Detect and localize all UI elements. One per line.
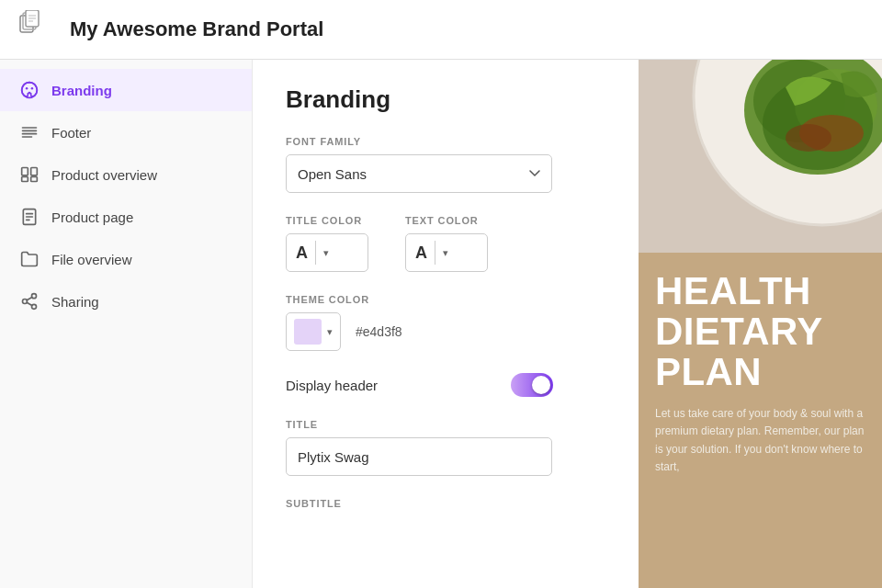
toggle-thumb	[532, 376, 550, 394]
preview-text-area: HEALTH DIETARY PLAN Let us take care of …	[639, 253, 882, 494]
title-color-group: TITLE COLOR A ▾	[286, 215, 368, 272]
display-header-section: Display header	[286, 373, 605, 397]
preview-panel: HEALTH DIETARY PLAN Let us take care of …	[639, 60, 882, 588]
svg-rect-14	[22, 168, 28, 175]
text-color-arrow: ▾	[443, 247, 448, 259]
preview-image-area	[639, 60, 882, 253]
product-page-icon	[20, 208, 39, 226]
color-row: TITLE COLOR A ▾ TEXT COLOR A ▾	[286, 215, 605, 272]
sharing-icon	[20, 292, 39, 311]
product-overview-icon	[20, 165, 39, 184]
preview-headline-line3: PLAN	[655, 352, 865, 392]
theme-color-picker[interactable]: ▾	[286, 312, 341, 351]
text-color-label: TEXT COLOR	[405, 215, 488, 226]
sidebar-item-sharing[interactable]: Sharing	[0, 280, 252, 322]
title-color-letter: A	[296, 244, 308, 261]
svg-point-8	[31, 87, 34, 90]
theme-color-swatch	[294, 319, 322, 345]
sidebar-item-branding-label: Branding	[51, 83, 112, 98]
font-family-section: FONT FAMILY Open Sans Roboto Lato Montse…	[286, 136, 605, 193]
theme-color-section: THEME COLOR ▾ #e4d3f8	[286, 294, 605, 351]
text-color-picker[interactable]: A ▾	[405, 233, 488, 272]
title-color-arrow: ▾	[323, 247, 329, 259]
svg-rect-17	[31, 177, 38, 182]
app-header: My Awesome Brand Portal	[0, 0, 882, 60]
text-color-letter: A	[415, 244, 427, 261]
food-plate-visual	[639, 60, 882, 253]
sidebar-item-footer-label: Footer	[51, 125, 91, 141]
main-content-area: Branding FONT FAMILY Open Sans Roboto La…	[253, 60, 639, 588]
sidebar-item-product-overview[interactable]: Product overview	[0, 153, 252, 196]
brand-portal-icon	[18, 10, 57, 49]
svg-line-25	[27, 302, 32, 305]
title-color-picker[interactable]: A ▾	[286, 233, 368, 272]
preview-headline-line2: DIETARY	[655, 311, 865, 352]
theme-color-hex-display: #e4d3f8	[356, 324, 402, 339]
file-overview-icon	[20, 250, 39, 268]
title-color-label: TITLE COLOR	[286, 215, 368, 226]
subtitle-section: SUBTITLE	[286, 498, 605, 509]
font-family-select[interactable]: Open Sans Roboto Lato Montserrat	[286, 154, 552, 193]
sidebar-item-file-overview-label: File overview	[51, 252, 132, 267]
theme-color-arrow: ▾	[327, 326, 333, 338]
app-title: My Awesome Brand Portal	[70, 17, 323, 41]
sidebar-item-sharing-label: Sharing	[51, 294, 99, 310]
palette-icon	[20, 81, 39, 99]
text-color-group: TEXT COLOR A ▾	[405, 215, 488, 272]
toggle-track	[511, 373, 553, 397]
sidebar-item-file-overview[interactable]: File overview	[0, 238, 252, 280]
sidebar-item-product-overview-label: Product overview	[51, 167, 157, 183]
svg-point-34	[786, 124, 831, 152]
title-label: TITLE	[286, 419, 605, 430]
svg-line-26	[27, 297, 32, 300]
display-header-toggle[interactable]	[511, 373, 553, 397]
sidebar: Branding Footer Product overview	[0, 60, 253, 588]
preview-body-text: Let us take care of your body & soul wit…	[655, 405, 865, 476]
svg-rect-15	[31, 168, 38, 175]
title-input[interactable]	[286, 437, 552, 476]
color-divider-2	[435, 241, 435, 265]
svg-rect-16	[22, 177, 28, 182]
font-family-label: FONT FAMILY	[286, 136, 605, 147]
title-section: TITLE	[286, 419, 605, 476]
color-section: TITLE COLOR A ▾ TEXT COLOR A ▾	[286, 215, 605, 272]
sidebar-item-product-page-label: Product page	[51, 209, 133, 225]
page-title: Branding	[286, 85, 605, 114]
preview-headline-line1: HEALTH	[655, 271, 865, 311]
sidebar-item-product-page[interactable]: Product page	[0, 196, 252, 238]
footer-icon	[20, 123, 39, 141]
main-layout: Branding Footer Product overview	[0, 60, 882, 588]
theme-color-row: ▾ #e4d3f8	[286, 312, 605, 351]
theme-color-label: THEME COLOR	[286, 294, 605, 305]
svg-point-7	[26, 87, 28, 90]
sidebar-item-branding[interactable]: Branding	[0, 69, 252, 111]
subtitle-label: SUBTITLE	[286, 498, 605, 509]
preview-headline: HEALTH DIETARY PLAN	[655, 271, 865, 392]
display-header-row: Display header	[286, 373, 557, 397]
display-header-label: Display header	[286, 378, 378, 393]
color-divider-1	[315, 241, 316, 265]
sidebar-item-footer[interactable]: Footer	[0, 111, 252, 153]
